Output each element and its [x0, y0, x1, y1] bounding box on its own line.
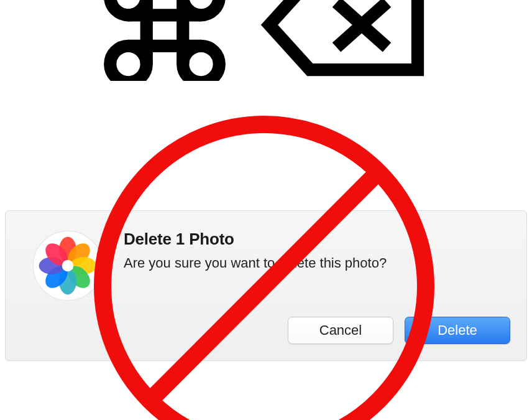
command-key-icon [93, 0, 236, 83]
photos-app-icon [24, 230, 111, 298]
svg-point-19 [62, 260, 74, 272]
dialog-message: Are you sure you want to delete this pho… [124, 254, 510, 273]
delete-confirmation-dialog: Delete 1 Photo Are you sure you want to … [5, 210, 527, 361]
dialog-title: Delete 1 Photo [124, 230, 510, 249]
delete-key-icon [255, 0, 435, 83]
delete-button[interactable]: Delete [405, 317, 510, 344]
cancel-button[interactable]: Cancel [288, 317, 393, 344]
dialog-button-row: Cancel Delete [124, 317, 510, 344]
keyboard-shortcut-row [93, 0, 435, 83]
dialog-text: Delete 1 Photo Are you sure you want to … [124, 230, 510, 273]
